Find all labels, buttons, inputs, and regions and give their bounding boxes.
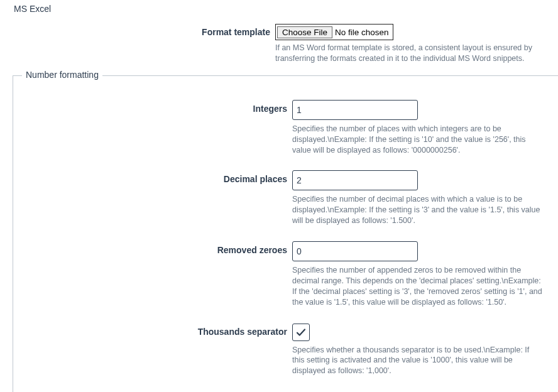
checkmark-icon [295, 327, 307, 338]
integers-row: Integers Specifies the number of places … [13, 100, 558, 156]
removed-zeroes-field: Specifies the number of appended zeros t… [292, 241, 558, 308]
removed-zeroes-label: Removed zeroes [13, 241, 292, 255]
thousands-separator-checkbox[interactable] [292, 324, 310, 341]
number-formatting-title: Number formatting [22, 70, 102, 80]
number-formatting-panel: Number formatting Integers Specifies the… [13, 75, 558, 392]
decimal-places-row: Decimal places Specifies the number of d… [13, 170, 558, 226]
format-template-row: Format template Choose File No file chos… [0, 24, 558, 64]
integers-field: Specifies the number of places with whic… [292, 100, 558, 156]
file-input-wrapper[interactable]: Choose File No file chosen [275, 24, 393, 40]
thousands-separator-label: Thousands separator [13, 323, 292, 337]
decimal-places-input[interactable] [292, 170, 418, 190]
integers-label: Integers [13, 100, 292, 114]
integers-help: Specifies the number of places with whic… [292, 124, 544, 156]
decimal-places-field: Specifies the number of decimal places w… [292, 170, 558, 226]
choose-file-button[interactable]: Choose File [277, 26, 332, 38]
format-template-help: If an MS Word format template is stored,… [275, 43, 533, 64]
decimal-places-label: Decimal places [13, 170, 292, 184]
decimal-places-help: Specifies the number of decimal places w… [292, 194, 544, 226]
thousands-separator-help: Specifies whether a thousands separator … [292, 345, 544, 377]
removed-zeroes-row: Removed zeroes Specifies the number of a… [13, 241, 558, 308]
integers-input[interactable] [292, 100, 418, 120]
file-status-text: No file chosen [334, 28, 393, 37]
removed-zeroes-input[interactable] [292, 241, 418, 261]
section-title-ms-excel: MS Excel [0, 4, 558, 14]
thousands-separator-row: Thousands separator Specifies whether a … [13, 323, 558, 377]
removed-zeroes-help: Specifies the number of appended zeros t… [292, 265, 544, 308]
format-template-field: Choose File No file chosen If an MS Word… [275, 24, 558, 64]
format-template-label: Format template [0, 24, 275, 37]
thousands-separator-field: Specifies whether a thousands separator … [292, 323, 558, 377]
